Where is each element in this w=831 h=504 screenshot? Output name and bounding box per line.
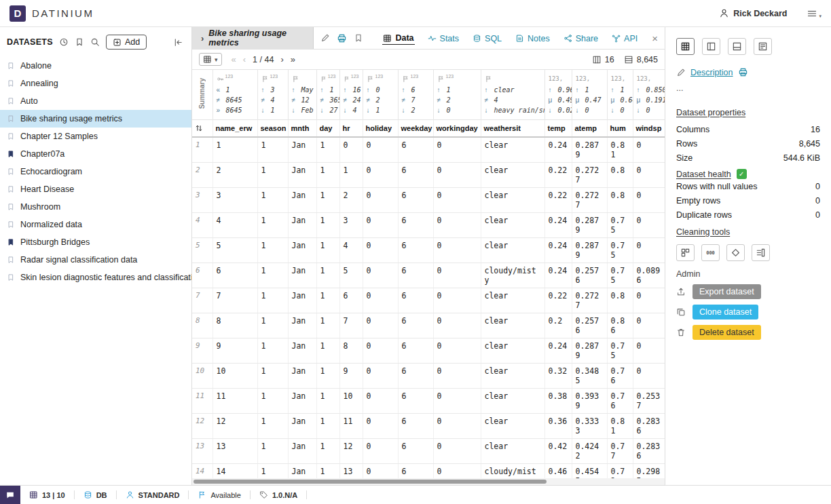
cell-name_erw[interactable]: 13 — [213, 439, 257, 464]
cell-name_erw[interactable]: 5 — [213, 238, 257, 263]
cell-weekday[interactable]: 6 — [398, 188, 433, 213]
row-number[interactable]: 10 — [192, 364, 213, 389]
cell-weekday[interactable]: 6 — [398, 238, 433, 263]
row-number[interactable]: 3 — [192, 188, 213, 213]
tab-bike-sharing-usage-metrics[interactable]: › Bike sharing usage metrics — [192, 27, 314, 49]
column-header-mnth[interactable]: mnth — [288, 120, 316, 138]
cell-name_erw[interactable]: 8 — [213, 313, 257, 338]
nav-stats[interactable]: Stats — [427, 32, 460, 45]
export-dataset-button[interactable]: Export dataset — [692, 284, 761, 299]
bookmark-icon[interactable] — [354, 33, 363, 43]
cell-hum[interactable]: 0.75 — [607, 213, 633, 238]
cell-workingday[interactable]: 0 — [433, 163, 481, 188]
sidebar-item-skin-lesion-diagnostic-features-and-clas[interactable]: Skin lesion diagnostic features and clas… — [0, 269, 191, 286]
cell-day[interactable]: 1 — [316, 163, 339, 188]
cell-mnth[interactable]: Jan — [288, 288, 316, 313]
cell-hum[interactable]: 0.8 — [607, 163, 633, 188]
cell-windsp[interactable]: 0 — [633, 364, 665, 389]
cell-atemp[interactable]: 0.2879 — [572, 137, 607, 163]
cell-name_erw[interactable]: 4 — [213, 213, 257, 238]
cell-windsp[interactable]: 0.2836 — [633, 414, 665, 439]
print-description-icon[interactable] — [738, 67, 748, 77]
cell-holiday[interactable]: 0 — [363, 439, 398, 464]
cell-temp[interactable]: 0.36 — [544, 414, 572, 439]
cell-weathersit[interactable]: clear — [481, 163, 544, 188]
next-page-button[interactable]: › — [280, 54, 283, 64]
cell-weekday[interactable]: 6 — [398, 263, 433, 288]
cell-temp[interactable]: 0.32 — [544, 364, 572, 389]
cell-atemp[interactable]: 0.2576 — [572, 313, 607, 338]
cell-name_erw[interactable]: 9 — [213, 338, 257, 364]
cell-weekday[interactable]: 6 — [398, 163, 433, 188]
cell-hr[interactable]: 3 — [339, 213, 363, 238]
cell-hum[interactable]: 0.8 — [607, 188, 633, 213]
cell-atemp[interactable]: 0.2727 — [572, 188, 607, 213]
cell-season[interactable]: 1 — [257, 137, 288, 163]
cell-mnth[interactable]: Jan — [288, 213, 316, 238]
cell-weathersit[interactable]: cloudy/misty — [481, 263, 544, 288]
chat-button[interactable] — [0, 486, 20, 504]
sidebar-item-annealing[interactable]: Annealing — [0, 75, 191, 92]
close-icon[interactable]: × — [652, 33, 658, 44]
horizontal-scrollbar[interactable] — [192, 478, 665, 485]
cell-temp[interactable]: 0.24 — [544, 338, 572, 364]
cell-mnth[interactable]: Jan — [288, 389, 316, 414]
cell-hum[interactable]: 0.76 — [607, 364, 633, 389]
cell-windsp[interactable]: 0.2537 — [633, 389, 665, 414]
cell-workingday[interactable]: 0 — [433, 389, 481, 414]
cell-mnth[interactable]: Jan — [288, 163, 316, 188]
history-icon[interactable] — [59, 37, 69, 47]
cell-season[interactable]: 1 — [257, 288, 288, 313]
cell-mnth[interactable]: Jan — [288, 137, 316, 163]
sidebar-item-chapter-12-samples[interactable]: Chapter 12 Samples — [0, 128, 191, 145]
cell-temp[interactable]: 0.24 — [544, 137, 572, 163]
cell-windsp[interactable]: 0 — [633, 238, 665, 263]
trash-icon[interactable] — [676, 328, 686, 337]
cell-workingday[interactable]: 0 — [433, 313, 481, 338]
cell-atemp[interactable]: 0.3333 — [572, 414, 607, 439]
cell-temp[interactable]: 0.2 — [544, 313, 572, 338]
cell-hum[interactable]: 0.76 — [607, 389, 633, 414]
cell-mnth[interactable]: Jan — [288, 439, 316, 464]
column-header-weekday[interactable]: weekday — [398, 120, 433, 138]
column-header-atemp[interactable]: atemp — [572, 120, 607, 138]
dataset-health-title[interactable]: Dataset health — [676, 170, 731, 179]
cell-workingday[interactable]: 0 — [433, 263, 481, 288]
cell-workingday[interactable]: 0 — [433, 188, 481, 213]
cell-season[interactable]: 1 — [257, 338, 288, 364]
cell-atemp[interactable]: 0.2879 — [572, 238, 607, 263]
cell-season[interactable]: 1 — [257, 364, 288, 389]
export-icon[interactable] — [676, 287, 686, 296]
cell-hum[interactable]: 0.77 — [607, 439, 633, 464]
view-split-left-button[interactable] — [702, 38, 720, 55]
cell-season[interactable]: 1 — [257, 414, 288, 439]
cell-day[interactable]: 1 — [316, 313, 339, 338]
cell-hr[interactable]: 12 — [339, 439, 363, 464]
row-number[interactable]: 4 — [192, 213, 213, 238]
cell-hum[interactable]: 0.75 — [607, 338, 633, 364]
sidebar-item-abalone[interactable]: Abalone — [0, 57, 191, 75]
cell-atemp[interactable]: 0.2879 — [572, 213, 607, 238]
row-number[interactable]: 6 — [192, 263, 213, 288]
delete-dataset-button[interactable]: Delete dataset — [692, 325, 761, 340]
cell-mnth[interactable]: Jan — [288, 188, 316, 213]
view-document-button[interactable] — [754, 38, 772, 55]
sidebar-item-heart-disease[interactable]: Heart Disease — [0, 180, 191, 198]
cell-holiday[interactable]: 0 — [363, 389, 398, 414]
cell-name_erw[interactable]: 3 — [213, 188, 257, 213]
cell-atemp[interactable]: 0.4242 — [572, 439, 607, 464]
cell-temp[interactable]: 0.38 — [544, 389, 572, 414]
cell-holiday[interactable]: 0 — [363, 238, 398, 263]
collapse-sidebar-icon[interactable] — [173, 37, 185, 47]
sidebar-item-radar-signal-classification-data[interactable]: Radar signal classification data — [0, 251, 191, 269]
cell-name_erw[interactable]: 6 — [213, 263, 257, 288]
cell-weekday[interactable]: 6 — [398, 414, 433, 439]
column-header-holiday[interactable]: holiday — [363, 120, 398, 138]
cell-weathersit[interactable]: clear — [481, 414, 544, 439]
cell-holiday[interactable]: 0 — [363, 163, 398, 188]
cell-weekday[interactable]: 6 — [398, 313, 433, 338]
cell-mnth[interactable]: Jan — [288, 313, 316, 338]
cell-temp[interactable]: 0.22 — [544, 188, 572, 213]
cell-hr[interactable]: 11 — [339, 414, 363, 439]
sidebar-item-mushroom[interactable]: Mushroom — [0, 198, 191, 216]
